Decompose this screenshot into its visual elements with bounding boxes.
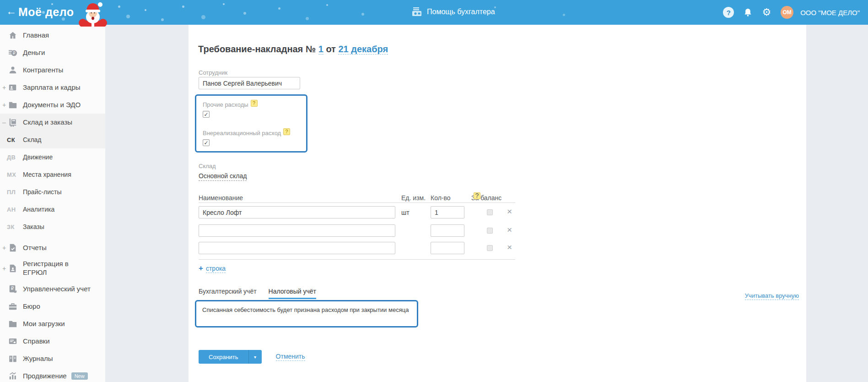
- settings-gear-icon[interactable]: ⚙: [762, 7, 771, 17]
- expand-plus-icon[interactable]: +: [2, 265, 6, 272]
- sidebar-item-prodvizhenie[interactable]: Продвижение New: [0, 367, 105, 382]
- expand-plus-icon[interactable]: +: [2, 101, 6, 109]
- item-qty-input[interactable]: [431, 206, 464, 218]
- subitem-label: Движение: [23, 153, 53, 161]
- nonoperating-expense-checkbox[interactable]: ✓: [203, 139, 210, 146]
- sidebar-item-kontragenty[interactable]: Контрагенты: [0, 61, 105, 79]
- sidebar-subitem-zakazy[interactable]: ЗК Заказы: [0, 218, 105, 235]
- sidebar-item-label: Главная: [23, 31, 49, 40]
- sidebar-item-label: Мои загрузки: [23, 320, 65, 328]
- collapse-minus-icon[interactable]: –: [2, 119, 6, 126]
- sidebar-item-moi-zagruzki[interactable]: Мои загрузки: [0, 315, 105, 333]
- subitem-code: ДВ: [7, 154, 18, 161]
- warehouse-label: Склад: [199, 163, 216, 169]
- employee-input[interactable]: [199, 77, 300, 89]
- help-center-link[interactable]: Помощь бухгалтера: [412, 7, 495, 16]
- delete-row-icon[interactable]: ×: [507, 225, 512, 235]
- sidebar-item-zarplata[interactable]: + Зарплата и кадры: [0, 79, 105, 96]
- sidebar-item-label: Документы и ЭДО: [23, 101, 81, 109]
- notifications-bell-icon[interactable]: [744, 8, 752, 17]
- delete-row-icon[interactable]: ×: [507, 242, 512, 253]
- back-arrow-icon[interactable]: ←: [6, 6, 16, 16]
- subitem-label: Места хранения: [23, 171, 71, 178]
- svg-text:₽: ₽: [13, 51, 15, 55]
- tab-buhgalterskiy-uchet[interactable]: Бухгалтерский учёт: [199, 288, 257, 299]
- chevron-down-icon[interactable]: ▾: [248, 350, 262, 364]
- sidebar-subitem-prais-listy[interactable]: ПЛ Прайс-листы: [0, 183, 105, 201]
- item-qty-input[interactable]: [431, 224, 464, 237]
- app-logo[interactable]: Моё дело: [18, 5, 74, 19]
- ruble-arrow-icon: ₽: [8, 284, 18, 294]
- avatar[interactable]: ОМ: [781, 6, 793, 19]
- item-qty-input[interactable]: [431, 242, 464, 254]
- sidebar-item-label: Контрагенты: [23, 66, 63, 75]
- expenses-highlight-box: Прочие расходы? ✓ Внереализационный расх…: [195, 94, 307, 153]
- subitem-code: АН: [7, 206, 18, 213]
- company-name[interactable]: ООО "МОЕ ДЕЛО": [800, 9, 860, 16]
- balance-checkbox[interactable]: [487, 209, 493, 215]
- sidebar-item-label: Справки: [23, 337, 50, 346]
- item-name-input[interactable]: [199, 206, 395, 218]
- subitem-label: Склад: [23, 136, 42, 143]
- expand-plus-icon[interactable]: +: [2, 84, 6, 91]
- snow-dot: [118, 5, 120, 8]
- delete-row-icon[interactable]: ×: [507, 207, 512, 217]
- sidebar-item-zhurnaly[interactable]: Журналы: [0, 350, 105, 367]
- subitem-label: Прайс-листы: [23, 188, 62, 196]
- add-row-link[interactable]: +строка: [199, 264, 226, 273]
- other-expenses-help-icon[interactable]: ?: [251, 100, 258, 107]
- document-date-link[interactable]: 21 декабря: [338, 44, 388, 55]
- sidebar-item-glavnaya[interactable]: Главная: [0, 27, 105, 44]
- snow-dot: [306, 17, 309, 20]
- sidebar-item-registraciya-egrul[interactable]: + Регистрация в ЕГРЮЛ: [0, 256, 105, 280]
- nonoperating-expense-text: Внереализационный расход: [203, 130, 281, 136]
- sidebar-item-upravlencheskiy-uchet[interactable]: ₽ Управленческий учет: [0, 280, 105, 298]
- snow-dot: [278, 7, 280, 10]
- items-table: Наименование Ед. изм. Кол-во За баланс? …: [199, 194, 515, 202]
- tab-nalogovyy-uchet[interactable]: Налоговый учёт: [269, 288, 316, 299]
- sidebar-item-label: Регистрация в ЕГРЮЛ: [23, 260, 79, 277]
- warehouse-value-link[interactable]: Основной склад: [199, 172, 247, 181]
- other-expenses-checkbox[interactable]: ✓: [203, 111, 210, 118]
- accounting-tabs: Бухгалтерский учёт Налоговый учёт: [199, 288, 316, 299]
- home-icon: [8, 30, 18, 40]
- balance-checkbox[interactable]: [487, 228, 493, 234]
- cash-register-icon: [412, 7, 422, 16]
- sidebar-subitem-sklad[interactable]: СК Склад: [0, 131, 105, 148]
- item-name-input[interactable]: [199, 224, 395, 237]
- nonoperating-expense-help-icon[interactable]: ?: [283, 128, 290, 135]
- manual-accounting-link[interactable]: Учитывать вручную: [745, 292, 799, 300]
- balance-checkbox[interactable]: [487, 245, 493, 251]
- topbar-right-group: ? ⚙ ОМ ООО "МОЕ ДЕЛО": [723, 0, 860, 25]
- sidebar-item-spravki[interactable]: Справки: [0, 333, 105, 350]
- sidebar-item-otchety[interactable]: + Отчеты: [0, 239, 105, 256]
- title-prefix: Требование-накладная №: [198, 44, 316, 54]
- snow-dot: [326, 4, 328, 6]
- table-row: ×: [199, 242, 515, 255]
- sidebar-item-byuro[interactable]: Бюро: [0, 298, 105, 315]
- document-number-link[interactable]: 1: [318, 44, 323, 55]
- table-row: шт ×: [199, 206, 515, 219]
- sidebar-subitem-dvizhenie[interactable]: ДВ Движение: [0, 148, 105, 166]
- sidebar-subitem-analitika[interactable]: АН Аналитика: [0, 201, 105, 218]
- folder-icon: [8, 319, 18, 329]
- subitem-label: Аналитика: [23, 206, 54, 213]
- snow-dot: [126, 15, 130, 18]
- cancel-link[interactable]: Отменить: [276, 353, 305, 361]
- tax-note-text: Списанная себестоимость будет признана р…: [202, 306, 409, 313]
- expand-plus-icon[interactable]: +: [2, 244, 6, 251]
- nonoperating-expense-label: Внереализационный расход?: [203, 130, 290, 137]
- balance-help-icon[interactable]: ?: [474, 192, 480, 199]
- item-name-input[interactable]: [199, 242, 395, 254]
- sidebar-item-sklad-i-zakazy[interactable]: – Склад и заказы: [0, 114, 105, 131]
- sidebar-item-dengi[interactable]: ₽ Деньги: [0, 44, 105, 61]
- help-icon[interactable]: ?: [723, 7, 734, 18]
- item-unit: шт: [401, 209, 410, 216]
- sidebar-item-label: Деньги: [23, 49, 45, 57]
- help-center-label: Помощь бухгалтера: [427, 8, 495, 16]
- snow-dot: [563, 14, 565, 16]
- sidebar-item-dokumenty[interactable]: + Документы и ЭДО: [0, 96, 105, 114]
- sidebar-subitem-mesta-hraneniya[interactable]: МХ Места хранения: [0, 166, 105, 183]
- form-actions: Сохранить ▾ Отменить: [199, 350, 305, 364]
- save-button[interactable]: Сохранить ▾: [199, 350, 262, 364]
